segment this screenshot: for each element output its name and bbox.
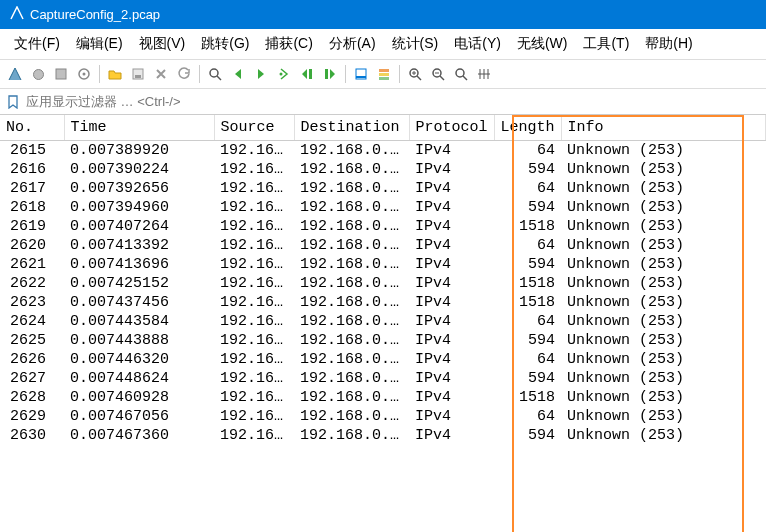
menu-capture[interactable]: 捕获(C) [257,33,320,55]
cell-time: 0.007443888 [64,331,214,350]
cell-time: 0.007394960 [64,198,214,217]
capture-options-icon[interactable] [73,63,95,85]
cell-info: Unknown (253) [561,274,765,293]
table-row[interactable]: 26150.007389920192.16…192.168.0.…IPv464U… [0,141,766,161]
cell-length: 64 [494,350,561,369]
close-file-icon[interactable] [150,63,172,85]
stop-capture-icon[interactable] [27,63,49,85]
table-row[interactable]: 26240.007443584192.16…192.168.0.…IPv464U… [0,312,766,331]
svg-point-8 [280,73,283,76]
header-length[interactable]: Length [494,115,561,141]
menu-view[interactable]: 视图(V) [131,33,194,55]
cell-time: 0.007413392 [64,236,214,255]
auto-scroll-icon[interactable] [350,63,372,85]
header-source[interactable]: Source [214,115,294,141]
svg-point-3 [83,73,86,76]
svg-line-22 [463,76,467,80]
cell-destination: 192.168.0.… [294,369,409,388]
menu-file[interactable]: 文件(F) [6,33,68,55]
table-row[interactable]: 26230.007437456192.16…192.168.0.…IPv4151… [0,293,766,312]
cell-destination: 192.168.0.… [294,331,409,350]
table-row[interactable]: 26210.007413696192.16…192.168.0.…IPv4594… [0,255,766,274]
cell-destination: 192.168.0.… [294,350,409,369]
header-no[interactable]: No. [0,115,64,141]
cell-source: 192.16… [214,236,294,255]
menu-tools[interactable]: 工具(T) [575,33,637,55]
cell-info: Unknown (253) [561,179,765,198]
cell-info: Unknown (253) [561,141,765,161]
cell-time: 0.007407264 [64,217,214,236]
table-row[interactable]: 26260.007446320192.16…192.168.0.…IPv464U… [0,350,766,369]
menu-go[interactable]: 跳转(G) [193,33,257,55]
zoom-reset-icon[interactable] [450,63,472,85]
cell-source: 192.16… [214,217,294,236]
menu-stats[interactable]: 统计(S) [384,33,447,55]
cell-protocol: IPv4 [409,198,494,217]
column-headers: No. Time Source Destination Protocol Len… [0,115,766,141]
menu-telephony[interactable]: 电话(Y) [446,33,509,55]
open-file-icon[interactable] [104,63,126,85]
table-row[interactable]: 26200.007413392192.16…192.168.0.…IPv464U… [0,236,766,255]
start-capture-icon[interactable] [4,63,26,85]
table-row[interactable]: 26270.007448624192.16…192.168.0.…IPv4594… [0,369,766,388]
header-info[interactable]: Info [561,115,765,141]
restart-capture-icon[interactable] [50,63,72,85]
table-row[interactable]: 26250.007443888192.16…192.168.0.…IPv4594… [0,331,766,350]
cell-time: 0.007467360 [64,426,214,445]
cell-time: 0.007392656 [64,179,214,198]
cell-destination: 192.168.0.… [294,388,409,407]
cell-time: 0.007413696 [64,255,214,274]
menu-bar: 文件(F) 编辑(E) 视图(V) 跳转(G) 捕获(C) 分析(A) 统计(S… [0,29,766,60]
cell-source: 192.16… [214,293,294,312]
bookmark-filter-icon[interactable] [4,95,22,109]
zoom-out-icon[interactable] [427,63,449,85]
header-protocol[interactable]: Protocol [409,115,494,141]
menu-analyze[interactable]: 分析(A) [321,33,384,55]
table-row[interactable]: 26160.007390224192.16…192.168.0.…IPv4594… [0,160,766,179]
cell-no: 2622 [0,274,64,293]
go-first-icon[interactable] [296,63,318,85]
cell-info: Unknown (253) [561,350,765,369]
cell-length: 594 [494,198,561,217]
jump-to-icon[interactable] [273,63,295,85]
table-row[interactable]: 26300.007467360192.16…192.168.0.…IPv4594… [0,426,766,445]
cell-protocol: IPv4 [409,293,494,312]
cell-source: 192.16… [214,141,294,161]
menu-wireless[interactable]: 无线(W) [509,33,576,55]
zoom-in-icon[interactable] [404,63,426,85]
svg-line-7 [217,76,221,80]
cell-length: 594 [494,426,561,445]
svg-point-0 [33,69,43,79]
go-forward-icon[interactable] [250,63,272,85]
colorize-icon[interactable] [373,63,395,85]
cell-length: 1518 [494,293,561,312]
header-destination[interactable]: Destination [294,115,409,141]
cell-source: 192.16… [214,369,294,388]
resize-columns-icon[interactable] [473,63,495,85]
display-filter-bar [0,89,766,115]
header-time[interactable]: Time [64,115,214,141]
find-icon[interactable] [204,63,226,85]
menu-edit[interactable]: 编辑(E) [68,33,131,55]
go-last-icon[interactable] [319,63,341,85]
table-row[interactable]: 26220.007425152192.16…192.168.0.…IPv4151… [0,274,766,293]
cell-protocol: IPv4 [409,179,494,198]
save-file-icon[interactable] [127,63,149,85]
table-row[interactable]: 26170.007392656192.16…192.168.0.…IPv464U… [0,179,766,198]
go-back-icon[interactable] [227,63,249,85]
cell-source: 192.16… [214,255,294,274]
menu-help[interactable]: 帮助(H) [637,33,700,55]
cell-info: Unknown (253) [561,312,765,331]
cell-source: 192.16… [214,198,294,217]
packet-list-table[interactable]: No. Time Source Destination Protocol Len… [0,115,766,445]
reload-icon[interactable] [173,63,195,85]
cell-no: 2628 [0,388,64,407]
cell-source: 192.16… [214,407,294,426]
display-filter-input[interactable] [22,91,762,112]
cell-length: 594 [494,369,561,388]
table-row[interactable]: 26190.007407264192.16…192.168.0.…IPv4151… [0,217,766,236]
cell-info: Unknown (253) [561,198,765,217]
table-row[interactable]: 26180.007394960192.16…192.168.0.…IPv4594… [0,198,766,217]
table-row[interactable]: 26280.007460928192.16…192.168.0.…IPv4151… [0,388,766,407]
table-row[interactable]: 26290.007467056192.16…192.168.0.…IPv464U… [0,407,766,426]
